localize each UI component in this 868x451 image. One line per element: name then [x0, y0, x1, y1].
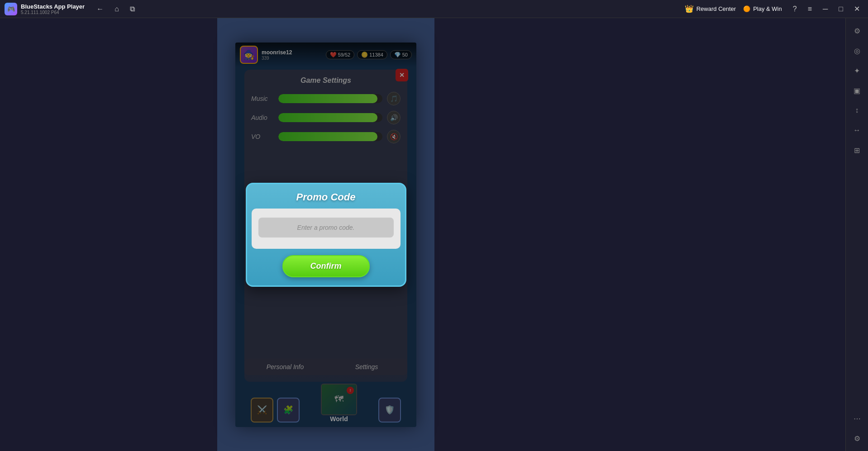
app-version: 5.21.111.1002 P64	[21, 10, 85, 15]
promo-code-input[interactable]	[258, 218, 394, 237]
play-win-icon: 🟠	[743, 5, 750, 12]
promo-dialog-title: Promo Code	[256, 191, 396, 203]
titlebar-nav: ← ⌂ ⧉	[94, 3, 138, 15]
minimize-button[interactable]: ─	[819, 3, 831, 15]
app-name: BlueStacks App Player	[21, 3, 85, 10]
play-win-button[interactable]: 🟠 Play & Win	[743, 5, 782, 12]
tabs-button[interactable]: ⧉	[127, 3, 138, 15]
game-container: 🧙 moonrise12 339 ❤️ 59/52 🪙 11384 💎 50	[235, 43, 416, 427]
help-button[interactable]: ?	[789, 3, 801, 15]
dialog-overlay: Promo Code Confirm	[235, 43, 416, 427]
sidebar-icon-4[interactable]: ▣	[849, 82, 865, 99]
sidebar-settings-icon[interactable]: ⚙	[849, 430, 865, 446]
maximize-button[interactable]: □	[835, 3, 847, 15]
right-background	[434, 18, 845, 451]
promo-input-area	[252, 209, 401, 249]
reward-icon: 👑	[685, 5, 694, 13]
sidebar-icon-6[interactable]: ↔	[849, 122, 865, 138]
sidebar-icon-5[interactable]: ↕	[849, 102, 865, 119]
window-controls: ? ≡ ─ □ ✕	[789, 3, 863, 15]
sidebar-icon-more[interactable]: ⋯	[849, 410, 865, 427]
left-background	[0, 18, 217, 451]
app-logo: 🎮	[5, 3, 17, 15]
promo-dialog-footer: Confirm	[247, 249, 405, 285]
reward-center-button[interactable]: 👑 Reward Center	[685, 5, 736, 13]
game-area: 🧙 moonrise12 339 ❤️ 59/52 🪙 11384 💎 50	[217, 18, 434, 451]
sidebar-icon-2[interactable]: ◎	[849, 43, 865, 59]
home-button[interactable]: ⌂	[112, 3, 122, 15]
app-info: BlueStacks App Player 5.21.111.1002 P64	[21, 3, 85, 15]
titlebar-right: 👑 Reward Center 🟠 Play & Win ? ≡ ─ □ ✕	[685, 3, 863, 15]
confirm-button[interactable]: Confirm	[282, 255, 370, 277]
titlebar: 🎮 BlueStacks App Player 5.21.111.1002 P6…	[0, 0, 868, 18]
right-sidebar: ⚙ ◎ ✦ ▣ ↕ ↔ ⊞ ⋯ ⚙	[845, 18, 868, 451]
sidebar-icon-7[interactable]: ⊞	[849, 142, 865, 158]
promo-dialog-header: Promo Code	[247, 184, 405, 209]
menu-button[interactable]: ≡	[804, 3, 816, 15]
reward-center-label: Reward Center	[696, 5, 736, 12]
back-button[interactable]: ←	[94, 3, 106, 15]
promo-dialog: Promo Code Confirm	[246, 183, 406, 287]
close-button[interactable]: ✕	[850, 3, 863, 15]
sidebar-icon-1[interactable]: ⚙	[849, 23, 865, 39]
play-win-label: Play & Win	[753, 5, 782, 12]
sidebar-icon-3[interactable]: ✦	[849, 62, 865, 79]
